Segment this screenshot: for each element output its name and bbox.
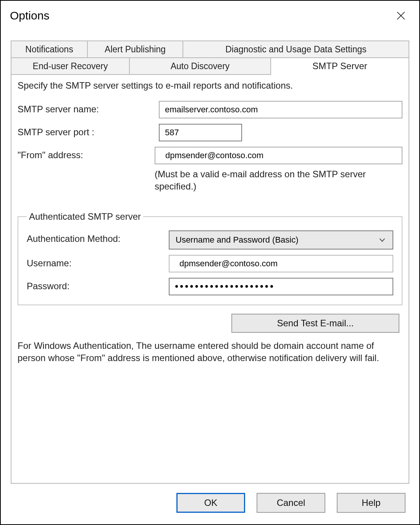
button-label: Cancel [277,497,305,508]
cancel-button[interactable]: Cancel [257,493,325,513]
windows-auth-note: For Windows Authentication, The username… [18,340,402,365]
from-address-label: "From" address: [18,147,155,160]
help-button[interactable]: Help [337,493,405,513]
button-label: OK [204,497,218,508]
smtp-server-name-input[interactable] [159,101,402,118]
authenticated-smtp-legend: Authenticated SMTP server [27,211,143,222]
authenticated-smtp-group: Authenticated SMTP server Authentication… [18,211,402,305]
row-from-address: "From" address: (Must be a valid e-mail … [18,147,402,193]
panel-intro-text: Specify the SMTP server settings to e-ma… [18,80,402,91]
send-test-wrap: Send Test E-mail... [18,314,402,333]
window-title: Options [10,9,49,22]
tab-label: Alert Publishing [105,44,166,55]
auth-method-dropdown[interactable]: Username and Password (Basic) [169,230,393,250]
smtp-server-panel: Specify the SMTP server settings to e-ma… [11,75,409,483]
close-button[interactable] [392,6,410,25]
tab-label: Auto Discovery [171,61,230,71]
button-label: Help [362,497,380,508]
tab-smtp-server[interactable]: SMTP Server [271,58,409,75]
tab-end-user-recovery[interactable]: End-user Recovery [11,58,130,75]
tab-alert-publishing[interactable]: Alert Publishing [88,41,183,58]
smtp-server-port-input[interactable] [159,124,242,141]
row-smtp-server-port: SMTP server port : [18,124,402,141]
tab-control: Notifications Alert Publishing Diagnosti… [11,41,409,484]
tab-label: Diagnostic and Usage Data Settings [225,44,367,55]
password-input[interactable] [169,278,393,295]
tab-auto-discovery[interactable]: Auto Discovery [130,58,271,75]
send-test-email-button[interactable]: Send Test E-mail... [231,314,399,333]
tab-label: End-user Recovery [33,61,108,71]
tab-label: Notifications [25,44,73,55]
password-label: Password: [27,278,169,292]
username-input[interactable] [169,255,393,272]
ok-button[interactable]: OK [176,493,245,513]
dialog-button-bar: OK Cancel Help [11,484,409,517]
tab-row-2: End-user Recovery Auto Discovery SMTP Se… [11,58,409,75]
client-area: Notifications Alert Publishing Diagnosti… [1,31,419,524]
button-label: Send Test E-mail... [277,318,354,328]
row-smtp-server-name: SMTP server name: [18,101,402,118]
options-dialog: Options Notifications Alert Publishing D… [0,0,420,525]
tab-label: SMTP Server [312,61,367,71]
smtp-server-name-label: SMTP server name: [18,101,159,115]
from-address-helper: (Must be a valid e-mail address on the S… [155,168,402,193]
row-auth-method: Authentication Method: Username and Pass… [27,230,393,250]
close-icon [396,11,406,21]
auth-method-value: Username and Password (Basic) [176,235,299,245]
tab-row-1: Notifications Alert Publishing Diagnosti… [11,41,409,58]
username-label: Username: [27,255,169,269]
row-username: Username: [27,255,393,272]
title-bar: Options [1,1,419,31]
auth-method-label: Authentication Method: [27,230,169,244]
row-password: Password: [27,278,393,295]
tab-notifications[interactable]: Notifications [11,41,88,58]
tab-diagnostic-usage[interactable]: Diagnostic and Usage Data Settings [183,41,409,58]
from-address-input[interactable] [155,147,402,164]
chevron-down-icon [378,236,386,244]
smtp-server-port-label: SMTP server port : [18,124,159,138]
